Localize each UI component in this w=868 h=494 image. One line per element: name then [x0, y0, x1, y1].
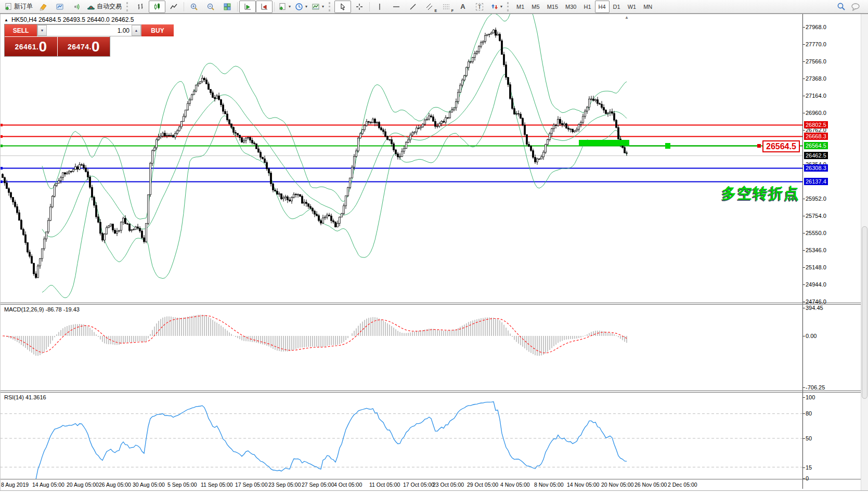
- bar-chart-button[interactable]: [132, 1, 149, 13]
- date-axis-label: 26 Nov 05:00: [634, 482, 667, 488]
- chat-icon[interactable]: [851, 3, 861, 11]
- timeframe-button-M5[interactable]: M5: [528, 1, 543, 13]
- date-axis-label: 17 Oct 05:00: [403, 482, 434, 488]
- collapse-icon[interactable]: ▲: [4, 18, 8, 22]
- line-chart-icon: [170, 3, 178, 11]
- tile-windows-icon: [223, 3, 231, 11]
- text-tool-button[interactable]: A: [455, 1, 471, 13]
- timeframe-button-H1[interactable]: H1: [580, 1, 594, 13]
- price-axis-tick: 25148.0: [806, 264, 826, 270]
- vertical-scrollbar[interactable]: [861, 14, 868, 490]
- chart-shift-button[interactable]: [256, 1, 273, 13]
- text-label-button[interactable]: T: [471, 1, 488, 13]
- sell-price[interactable]: 26461.0: [5, 37, 57, 56]
- volume-input[interactable]: [47, 25, 132, 36]
- buy-button[interactable]: BUY: [141, 24, 174, 36]
- price-axis-tick: 27164.0: [806, 93, 826, 99]
- price-axis-tick: 24746.0: [806, 298, 826, 305]
- date-axis-label: 8 Aug 2019: [1, 482, 29, 488]
- search-icon[interactable]: [837, 2, 846, 11]
- arrows-button[interactable]: ▾: [488, 1, 504, 13]
- candlestick-chart-button[interactable]: [149, 1, 165, 13]
- macd-layer: [3, 315, 627, 356]
- broadcast-button[interactable]: [68, 1, 85, 13]
- toolbar-grip[interactable]: [329, 2, 332, 11]
- chevron-down-icon: ▾: [500, 4, 502, 9]
- timeframe-button-M30[interactable]: M30: [562, 1, 580, 13]
- tile-windows-button[interactable]: [219, 1, 236, 13]
- profiles-icon: [56, 3, 64, 11]
- zoom-out-button[interactable]: [202, 1, 219, 13]
- profiles-button[interactable]: [51, 1, 68, 13]
- price-axis-tick: 27566.0: [806, 58, 826, 64]
- date-axis-label: 23 Oct 05:00: [433, 482, 464, 488]
- price-level-label: 26137.4: [804, 178, 828, 185]
- rsi-axis-tick: 100: [806, 394, 815, 400]
- price-axis-tick: 27368.0: [806, 75, 826, 82]
- rsi-axis-tick: 0: [806, 475, 809, 482]
- horizontal-line-button[interactable]: [388, 1, 405, 13]
- date-axis-label: 26 Aug 05:00: [99, 482, 131, 488]
- auto-scroll-button[interactable]: [239, 1, 256, 13]
- price-level-label: 26308.3: [804, 164, 828, 172]
- price-axis-tick: 25346.0: [806, 247, 826, 253]
- new-order-button[interactable]: 新订单: [2, 1, 35, 13]
- timeframe-button-W1[interactable]: W1: [624, 1, 640, 13]
- rsi-axis-tick: 50: [806, 435, 812, 441]
- price-axis-tick: 25952.0: [806, 196, 826, 202]
- line-chart-button[interactable]: [165, 1, 182, 13]
- scrollbar-thumb[interactable]: [862, 226, 867, 399]
- date-axis-label: 27 Sep 05:00: [302, 482, 334, 488]
- auto-scroll-icon: [243, 3, 252, 11]
- crosshair-button[interactable]: [351, 1, 368, 13]
- broadcast-icon: [72, 3, 81, 11]
- turning-point-annotation[interactable]: 多空转折点: [722, 184, 800, 203]
- vertical-line-button[interactable]: [371, 1, 388, 13]
- chevron-down-icon: ▾: [289, 4, 291, 9]
- trendline-button[interactable]: [405, 1, 421, 13]
- clock-icon: [295, 3, 303, 11]
- chart-position-marker: ▲: [625, 15, 629, 20]
- fibonacci-button[interactable]: F: [438, 1, 455, 13]
- cursor-button[interactable]: [334, 1, 351, 13]
- timeframe-button-MN[interactable]: MN: [640, 1, 656, 13]
- candlestick-chart-icon: [153, 3, 161, 11]
- timeframe-button-M15[interactable]: M15: [543, 1, 562, 13]
- new-chart-button[interactable]: ▾: [276, 1, 293, 13]
- rsi-axis-tick: 15: [806, 464, 812, 471]
- timeframe-button-H4[interactable]: H4: [595, 1, 610, 13]
- chart-canvas[interactable]: [0, 0, 868, 494]
- price-level-label: 26462.5: [804, 152, 828, 159]
- date-axis-label: 4 Oct 05:00: [334, 482, 362, 488]
- volume-decrease-button[interactable]: ▼: [37, 25, 47, 36]
- date-axis-label: 29 Oct 05:00: [467, 482, 498, 488]
- timeframe-button-D1[interactable]: D1: [610, 1, 624, 13]
- macd-axis-tick: -706.25: [806, 384, 825, 391]
- rsi-indicator-label: RSI(14) 41.3616: [4, 394, 46, 400]
- templates-button[interactable]: ▾: [309, 1, 326, 13]
- template-icon: [312, 3, 320, 11]
- chevron-down-icon: ▾: [305, 4, 307, 9]
- periods-button[interactable]: ▾: [293, 1, 309, 13]
- zoom-in-button[interactable]: [186, 1, 202, 13]
- auto-trading-button[interactable]: 自动交易: [85, 1, 124, 13]
- highlighter-icon: [39, 3, 47, 11]
- auto-trading-label: 自动交易: [97, 2, 122, 11]
- channel-icon: [425, 3, 434, 11]
- text-label-icon: T: [476, 3, 484, 10]
- buy-price[interactable]: 26474.0: [58, 37, 110, 56]
- highlighter-button[interactable]: [35, 1, 51, 13]
- price-axis-tick: 25754.0: [806, 213, 826, 219]
- chart-ohlc-text: HK50,H4 26484.5 26493.5 26440.0 26462.5: [11, 16, 134, 23]
- sell-button[interactable]: SELL: [5, 24, 37, 36]
- price-callout-label[interactable]: 26564.5: [762, 140, 800, 152]
- equidistant-channel-button[interactable]: E: [421, 1, 438, 13]
- volume-increase-button[interactable]: ▲: [132, 25, 141, 36]
- price-level-label: 26668.3: [804, 133, 828, 140]
- toolbar-separator: [184, 2, 184, 11]
- channel-letter: E: [434, 9, 437, 12]
- toolbar-grip[interactable]: [126, 2, 129, 11]
- price-axis-tick: 26960.0: [806, 110, 826, 116]
- toolbar-grip[interactable]: [507, 2, 510, 11]
- timeframe-button-M1[interactable]: M1: [513, 1, 528, 13]
